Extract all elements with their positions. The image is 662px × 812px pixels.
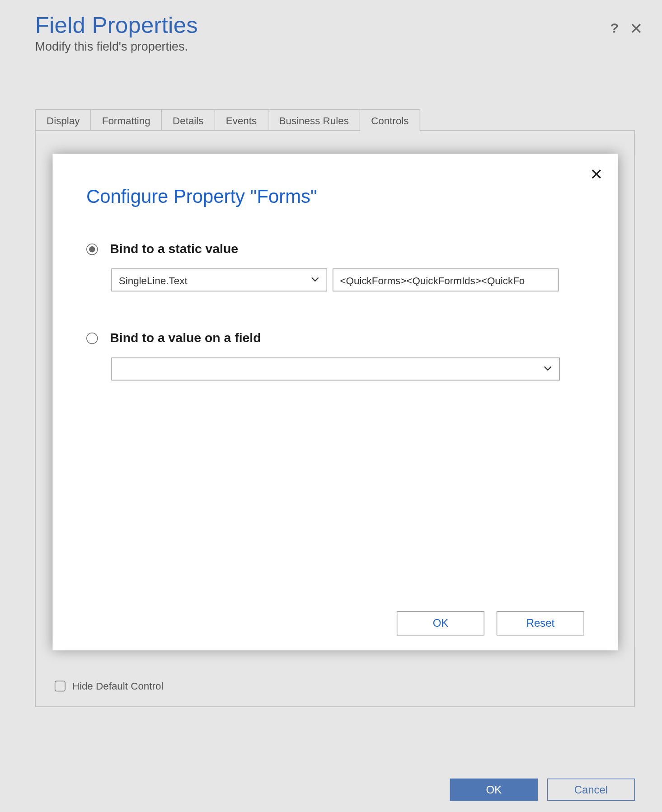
bind-field-radio[interactable] <box>86 332 98 343</box>
chevron-down-icon <box>310 274 320 286</box>
tab-events[interactable]: Events <box>215 109 268 131</box>
configure-property-modal: Configure Property "Forms" Bind to a sta… <box>52 154 618 650</box>
bind-static-radio[interactable] <box>86 243 98 254</box>
modal-ok-button[interactable]: OK <box>397 611 484 636</box>
field-select[interactable] <box>111 357 560 380</box>
static-type-value: SingleLine.Text <box>119 274 188 286</box>
hide-default-control-label: Hide Default Control <box>72 680 164 691</box>
static-type-select[interactable]: SingleLine.Text <box>111 268 327 291</box>
tab-formatting[interactable]: Formatting <box>91 109 162 131</box>
modal-title: Configure Property "Forms" <box>86 186 584 208</box>
cancel-button[interactable]: Cancel <box>547 779 635 801</box>
hide-default-control-checkbox[interactable] <box>55 681 66 691</box>
modal-reset-button[interactable]: Reset <box>497 611 584 636</box>
ok-button[interactable]: OK <box>450 779 538 801</box>
dialog-title: Field Properties <box>35 12 198 38</box>
tab-display[interactable]: Display <box>35 109 91 131</box>
chevron-down-icon <box>543 363 553 375</box>
tab-details[interactable]: Details <box>162 109 215 131</box>
tab-controls[interactable]: Controls <box>360 109 420 131</box>
dialog-subtitle: Modify this field's properties. <box>35 40 662 54</box>
tabs: Display Formatting Details Events Busine… <box>35 109 635 131</box>
static-value-input[interactable] <box>340 274 551 286</box>
help-icon[interactable]: ? <box>610 20 619 36</box>
static-value-input-wrapper <box>333 268 559 291</box>
bind-field-label: Bind to a value on a field <box>110 331 261 346</box>
modal-close-icon[interactable] <box>591 169 602 182</box>
close-icon[interactable] <box>631 23 642 33</box>
bind-static-label: Bind to a static value <box>110 241 238 256</box>
tab-business-rules[interactable]: Business Rules <box>268 109 361 131</box>
